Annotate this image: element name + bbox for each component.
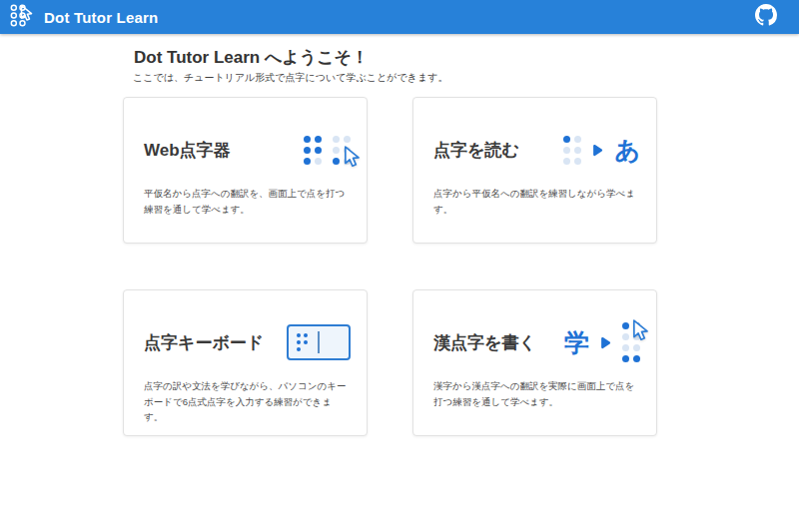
- card-read-braille[interactable]: 点字を読む あ 点字から平仮名への翻訳を練習しながら学べます。: [412, 97, 657, 244]
- card-header-row: 点字キーボード: [144, 310, 351, 374]
- braille-cell-with-cursor: [333, 136, 351, 165]
- kanji-source-char: 学: [564, 330, 589, 355]
- arrow-right-icon: [600, 336, 611, 349]
- card-title: 漢点字を書く: [433, 331, 536, 354]
- welcome-title: Dot Tutor Learn へようこそ！: [134, 47, 682, 68]
- card-description: 点字の訳や文法を学びながら、パソコンのキーボードで6点式点字を入力する練習ができ…: [144, 378, 351, 424]
- welcome-subtitle: ここでは、チュートリアル形式で点字について学ぶことができます。: [133, 71, 682, 85]
- braille-cell: [563, 136, 581, 165]
- card-header-row: 点字を読む あ: [433, 118, 640, 182]
- github-icon: [755, 4, 777, 30]
- card-web-braille-writer[interactable]: Web点字器 平仮名から点字への翻訳を、画面上で点を打つ練習を通して学べます。: [123, 97, 368, 244]
- github-link[interactable]: [755, 4, 777, 30]
- card-header-row: Web点字器: [144, 118, 351, 182]
- app-title: Dot Tutor Learn: [44, 9, 158, 26]
- braille-cursor-logo-icon: [9, 2, 35, 33]
- braille-cells-cursor-icon: [304, 136, 351, 165]
- card-description: 漢字から漢点字への翻訳を実際に画面上で点を打つ練習を通して学べます。: [433, 378, 640, 409]
- card-braille-keyboard[interactable]: 点字キーボード 点字の訳や文法を学びながら、パソコンのキーボードで6点式点字を入…: [123, 289, 368, 436]
- card-title: Web点字器: [144, 139, 231, 162]
- main-content: Dot Tutor Learn へようこそ！ ここでは、チュートリアル形式で点字…: [123, 47, 682, 436]
- mouse-cursor-icon: [628, 318, 649, 343]
- card-description: 平仮名から点字への翻訳を、画面上で点を打つ練習を通して学べます。: [144, 186, 351, 217]
- app-header: Dot Tutor Learn: [0, 0, 799, 34]
- braille-cell: [297, 333, 308, 351]
- text-caret-icon: [318, 331, 320, 353]
- card-description: 点字から平仮名への翻訳を練習しながら学べます。: [433, 186, 640, 217]
- tutorial-card-grid: Web点字器 平仮名から点字への翻訳を、画面上で点を打つ練習を通して学べます。 …: [123, 97, 682, 436]
- card-header-row: 漢点字を書く 学: [433, 310, 640, 374]
- hiragana-result-char: あ: [614, 138, 640, 163]
- mouse-cursor-icon: [340, 145, 361, 170]
- braille-to-hiragana-icon: あ: [563, 136, 640, 165]
- kanji-to-braille-icon: 学: [564, 322, 640, 362]
- braille-cell-with-cursor: [622, 322, 640, 362]
- brand-home-link[interactable]: Dot Tutor Learn: [9, 2, 158, 33]
- braille-input-field-icon: [287, 324, 351, 360]
- braille-cell: [304, 136, 322, 165]
- arrow-right-icon: [592, 144, 603, 157]
- card-title: 点字キーボード: [144, 331, 264, 354]
- card-title: 点字を読む: [433, 139, 519, 162]
- card-write-kanji-braille[interactable]: 漢点字を書く 学 漢字から漢点字への翻訳を実際に画面上で点を打つ練習を通して学べ…: [412, 289, 657, 436]
